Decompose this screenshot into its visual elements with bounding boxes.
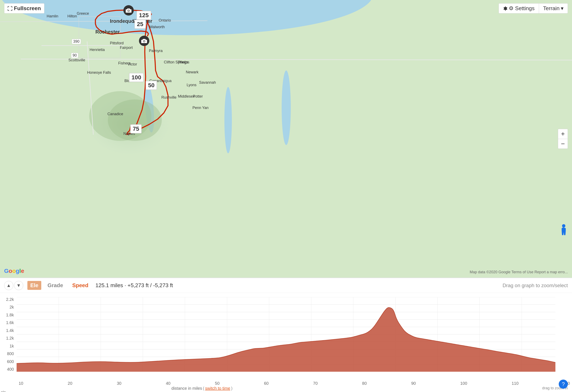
elevation-chart[interactable] [16, 297, 556, 372]
panel-down-button[interactable]: ▼ [14, 281, 23, 290]
canadice-label: Canadice [107, 112, 123, 116]
newark-label: Newark [186, 70, 198, 74]
x-axis-paren-open: ( [203, 386, 204, 391]
settings-button[interactable]: ⚙ Settings [499, 3, 539, 14]
potter-label: Potter [193, 94, 203, 99]
panel-header: ▲ ▼ Ele Grade Speed 125.1 miles · +5,273… [0, 278, 572, 293]
y-label-12k: 1.2k [6, 336, 14, 341]
chart-area[interactable]: 2.2k 2k 1.8k 1.6k 1.4k 1.2k 1k 800 600 4… [0, 293, 572, 392]
svg-point-13 [562, 224, 565, 227]
ele-unit-label: ele (ft) [1, 390, 6, 392]
fullscreen-button[interactable]: Fullscreen [4, 3, 44, 14]
zoom-in-button[interactable]: + [558, 129, 568, 139]
fullscreen-label: Fullscreen [14, 5, 41, 12]
x-label-60: 60 [264, 381, 269, 386]
terrain-button[interactable]: Terrain ▾ [539, 3, 568, 14]
fairport-label: Fairport [120, 45, 133, 50]
settings-label: ⚙ Settings [509, 5, 534, 12]
svg-point-3 [224, 87, 232, 153]
x-label-10: 10 [19, 381, 23, 386]
x-label-50: 50 [215, 381, 220, 386]
pittsford-label: Pittsford [110, 41, 124, 45]
map-container: Rochester Irondequoit Webster Ontario Vi… [0, 0, 572, 278]
savannah-label: Savannah [199, 80, 216, 85]
street-view-pegman[interactable] [559, 224, 568, 236]
ontario-label: Ontario [159, 18, 171, 23]
drag-hint: Drag on graph to zoom/select [503, 283, 568, 288]
honeoye-falls-label: Honeoye Falls [87, 70, 111, 75]
mile-marker-50: 50 [146, 81, 157, 90]
y-label-1k: 1k [10, 344, 14, 348]
penn-yan-label: Penn Yan [192, 106, 208, 110]
palmyra-label: Palmyra [149, 49, 163, 53]
hilton-label: Hilton [67, 14, 77, 18]
tab-grade[interactable]: Grade [45, 281, 66, 290]
fishers-label: Fishers [118, 61, 130, 65]
x-axis-title-group: distance in miles ( switch to time ) [172, 386, 233, 391]
i-390-badge: 390 [72, 39, 81, 44]
y-label-400: 400 [7, 367, 14, 372]
hamlin-label: Hamlin [47, 14, 58, 18]
panel-up-button[interactable]: ▲ [4, 281, 13, 290]
x-label-100: 100 [460, 381, 467, 386]
terrain-label: Terrain [543, 5, 559, 12]
terrain-arrow: ▾ [561, 5, 563, 12]
switch-to-time-link[interactable]: switch to time [205, 386, 230, 391]
phelps-label: Phelps [178, 60, 189, 64]
x-label-90: 90 [411, 381, 416, 386]
lyons-label: Lyons [187, 83, 196, 87]
y-label-600: 600 [7, 359, 14, 364]
google-logo: Google [4, 268, 24, 274]
map-attribution: Map data ©2020 Google Terms of Use Repor… [470, 270, 568, 274]
y-label-800: 800 [7, 351, 14, 356]
svg-point-4 [282, 70, 291, 145]
panel-tabs: Ele Grade Speed [27, 281, 91, 290]
scottsville-label: Scottsville [68, 58, 85, 62]
y-label-18k: 1.8k [6, 313, 14, 317]
x-label-70: 70 [313, 381, 318, 386]
y-label-16k: 1.6k [6, 320, 14, 325]
x-label-80: 80 [362, 381, 367, 386]
stats-text: 125.1 miles · +5,273 ft / -5,273 ft [95, 282, 173, 289]
x-label-30: 30 [117, 381, 121, 386]
top-controls: Fullscreen ⚙ Settings Terrain ▾ [0, 3, 572, 14]
svg-point-12 [143, 41, 145, 42]
y-axis-labels: 2.2k 2k 1.8k 1.6k 1.4k 1.2k 1k 800 600 4… [0, 297, 16, 372]
rushville-label: Rushville [161, 95, 176, 100]
camera-marker-2[interactable] [139, 36, 149, 46]
map-background [0, 0, 572, 278]
x-axis-paren-close: ) [231, 386, 233, 391]
panel-arrows: ▲ ▼ [4, 281, 23, 290]
bottom-panel: ▲ ▼ Ele Grade Speed 125.1 miles · +5,273… [0, 278, 572, 392]
top-right-controls: ⚙ Settings Terrain ▾ [499, 3, 568, 14]
mile-marker-25: 25 [134, 20, 146, 29]
x-axis-labels: 10 20 30 40 50 60 70 80 90 100 110 120 [16, 381, 572, 386]
i-90-badge: 90 [71, 53, 78, 58]
mile-marker-100: 100 [129, 73, 144, 82]
zoom-out-button[interactable]: − [558, 139, 568, 149]
y-label-14k: 1.4k [6, 328, 14, 333]
y-label-22k: 2.2k [6, 297, 14, 302]
zoom-controls: + − [558, 129, 568, 149]
middlesex-label: Middlesex [178, 94, 195, 99]
chart-footer: ele (ft) distance in miles ( switch to t… [0, 386, 572, 391]
help-button[interactable]: ? [559, 379, 568, 389]
tab-ele[interactable]: Ele [27, 281, 41, 290]
y-label-2k: 2k [10, 305, 14, 310]
x-label-110: 110 [512, 381, 519, 386]
tab-speed[interactable]: Speed [69, 281, 91, 290]
x-label-20: 20 [68, 381, 72, 386]
mile-marker-75: 75 [130, 124, 142, 134]
x-axis-title: distance in miles [172, 386, 202, 391]
walworth-label: Walworth [149, 25, 165, 29]
x-label-40: 40 [166, 381, 171, 386]
henrietta-label: Henrietta [90, 48, 105, 52]
rochester-label: Rochester [95, 29, 120, 35]
